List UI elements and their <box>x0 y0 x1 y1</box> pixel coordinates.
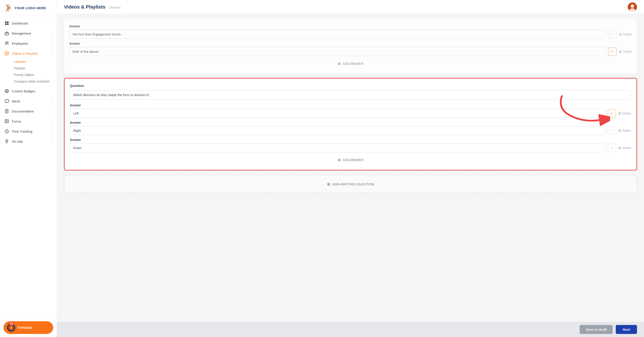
answer-group-down: Answer ✓ 🗑 Delete <box>70 138 631 152</box>
correct-answer-toggle-2[interactable]: ✓ <box>608 47 616 56</box>
chevron-right-icon: › <box>52 140 52 143</box>
sidebar-item-time-tracking[interactable]: Time Tracking › <box>0 126 57 136</box>
user-avatar[interactable] <box>628 2 637 11</box>
sidebar-item-on-site[interactable]: On-Site › <box>0 136 57 146</box>
svg-rect-3 <box>7 23 8 25</box>
sidebar-item-forms[interactable]: Forms › <box>0 116 57 126</box>
sidebar-item-alerts[interactable]: Alerts › <box>0 96 57 106</box>
header-title-area: Videos & Playlists Libraries <box>64 4 121 10</box>
users-icon <box>4 41 9 46</box>
check-icon: ✓ <box>610 128 613 133</box>
chevron-down-icon: ⌄ <box>50 52 52 55</box>
svg-text:S: S <box>10 326 12 329</box>
question-section-label: Question <box>70 84 631 87</box>
sidebar-sub-playlists[interactable]: Playlists <box>12 65 57 71</box>
logo-icon <box>4 4 12 12</box>
location-icon <box>4 139 9 144</box>
sidebar-sub-priority-videos[interactable]: Priority Videos <box>12 71 57 78</box>
trash-icon: 🗑 <box>618 129 621 132</box>
answer-label: Answer <box>69 42 632 45</box>
add-another-question-button[interactable]: ⊕ ADD ANOTHER QUESTION <box>327 181 374 187</box>
doc-icon <box>4 109 9 114</box>
sidebar: YOUR LOGO HERE Dashboard Management › Em… <box>0 0 57 337</box>
notification-badge: 66 <box>9 322 14 325</box>
svg-line-23 <box>7 131 8 132</box>
sidebar-item-videos-playlists[interactable]: Videos & Playlists ⌄ <box>0 48 57 58</box>
sidebar-item-label: Videos & Playlists <box>12 52 38 55</box>
add-question-label: ADD ANOTHER QUESTION <box>332 182 374 186</box>
next-button[interactable]: Next <box>616 325 637 334</box>
answer-group-right: Answer ✓ 🗑 Delete <box>70 121 631 135</box>
answer-input-right[interactable] <box>70 126 606 135</box>
delete-answer-1[interactable]: 🗑 Delete <box>619 33 632 36</box>
sidebar-nav: Dashboard Management › Employees › Video… <box>0 16 57 318</box>
circle-plus-icon: ⊕ <box>327 181 330 187</box>
badge-icon <box>4 89 9 93</box>
check-icon: ✓ <box>611 32 614 37</box>
answer-label: Answer <box>70 103 631 107</box>
highlighted-question-card: Question Answer ✓ 🗑 Delete Ans <box>64 78 637 170</box>
tyfoom-button[interactable]: S 66 TYFOOM <box>4 321 53 334</box>
circle-plus-icon: ⊕ <box>338 61 341 66</box>
chevron-right-icon: › <box>52 32 52 35</box>
svg-marker-11 <box>6 90 8 92</box>
clock-icon <box>4 129 9 134</box>
delete-answer-2[interactable]: 🗑 Delete <box>619 50 632 53</box>
svg-point-7 <box>8 42 8 43</box>
sidebar-item-documentation[interactable]: Documentation › <box>0 106 57 116</box>
briefcase-icon <box>4 31 9 36</box>
circle-plus-icon: ⊕ <box>338 158 341 162</box>
sidebar-item-label: Documentation <box>12 109 34 113</box>
page-subtitle: Libraries <box>109 6 121 9</box>
sidebar-item-custom-badges[interactable]: Custom Badges <box>0 86 57 96</box>
sidebar-item-label: Employees <box>12 41 28 45</box>
delete-answer-down[interactable]: 🗑 Delete <box>618 146 631 150</box>
correct-answer-toggle-down[interactable]: ✓ <box>608 144 616 152</box>
header: Videos & Playlists Libraries <box>57 0 644 14</box>
answer-input-row: ✓ 🗑 Delete <box>70 109 631 118</box>
trash-icon: 🗑 <box>618 146 621 150</box>
answer-input-row: ✓ 🗑 Delete <box>69 47 632 56</box>
list-icon <box>4 119 9 124</box>
answer-group-2: Answer ✓ 🗑 Delete <box>69 42 632 56</box>
svg-rect-12 <box>5 100 8 102</box>
sidebar-item-management[interactable]: Management › <box>0 28 57 38</box>
sidebar-item-label: On-Site <box>12 140 23 143</box>
add-answer-button-top[interactable]: ⊕ ADD ANSWER <box>69 59 632 68</box>
answer-input-1[interactable] <box>69 30 606 39</box>
delete-label: Delete <box>623 33 632 36</box>
answer-input-row: ✓ 🗑 Delete <box>70 126 631 135</box>
answer-input-left[interactable] <box>70 109 606 118</box>
correct-answer-toggle-right[interactable]: ✓ <box>608 126 616 135</box>
correct-answer-toggle-1[interactable]: ✓ <box>608 30 616 38</box>
sidebar-sub-libraries[interactable]: Libraries <box>12 58 57 65</box>
add-answer-button[interactable]: ⊕ ADD ANSWER <box>70 155 631 165</box>
sidebar-sub-company-schedule[interactable]: Company Video Schedule <box>12 78 57 85</box>
delete-answer-right[interactable]: 🗑 Delete <box>618 129 631 132</box>
correct-answer-toggle-left[interactable]: ✓ <box>608 109 616 117</box>
svg-point-6 <box>6 42 7 43</box>
grid-icon <box>4 21 9 25</box>
chevron-right-icon: › <box>52 130 52 133</box>
svg-rect-2 <box>5 23 6 25</box>
answer-input-2[interactable] <box>69 47 606 56</box>
svg-point-24 <box>6 140 7 141</box>
content-area: Answer ✓ 🗑 Delete Answer <box>57 14 644 322</box>
save-draft-button[interactable]: Save as Draft <box>580 325 613 334</box>
delete-answer-left[interactable]: 🗑 Delete <box>618 112 631 115</box>
answer-input-row: ✓ 🗑 Delete <box>69 30 632 39</box>
add-question-card: ⊕ ADD ANOTHER QUESTION <box>64 175 637 193</box>
sidebar-item-label: Management <box>12 31 31 35</box>
sidebar-item-label: Custom Badges <box>12 89 35 93</box>
question-input[interactable] <box>70 90 631 100</box>
logo-text: YOUR LOGO HERE <box>14 6 46 10</box>
sidebar-item-employees[interactable]: Employees › <box>0 38 57 48</box>
answer-input-down[interactable] <box>70 143 606 152</box>
delete-label: Delete <box>622 112 631 115</box>
footer: Save as Draft Next <box>57 322 644 337</box>
previous-question-card: Answer ✓ 🗑 Delete Answer <box>64 19 637 73</box>
trash-icon: 🗑 <box>619 50 622 53</box>
sidebar-item-dashboard[interactable]: Dashboard <box>0 18 57 28</box>
sidebar-item-label: Time Tracking <box>12 130 32 133</box>
chat-icon <box>4 99 9 103</box>
